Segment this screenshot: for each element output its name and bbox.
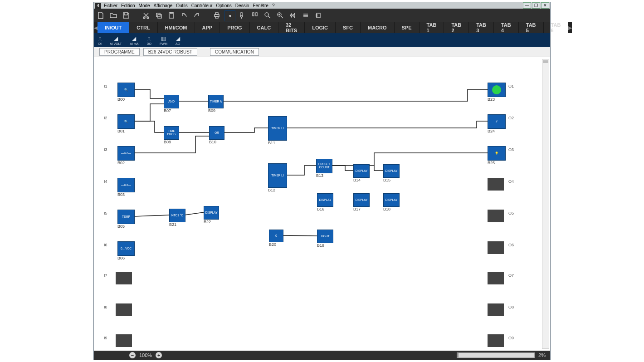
subtool-ai-ma[interactable]: ◢AI mA bbox=[130, 35, 138, 45]
block-b20[interactable]: 0 bbox=[269, 230, 283, 242]
tab-calc[interactable]: CALC bbox=[250, 22, 279, 33]
subtool-di[interactable]: ⎍DI bbox=[98, 35, 102, 45]
tabs-scroll-left[interactable]: ◀ bbox=[94, 22, 98, 33]
tab-sfc[interactable]: SFC bbox=[336, 22, 361, 33]
menu-options[interactable]: Options bbox=[214, 3, 233, 9]
block-b23[interactable] bbox=[488, 83, 506, 97]
copy-button[interactable] bbox=[154, 10, 164, 20]
window-maximize-button[interactable]: ❐ bbox=[532, 2, 540, 9]
tab-tab-6[interactable]: TAB 6 bbox=[544, 22, 569, 33]
block-b11[interactable]: TIMER LI bbox=[268, 116, 287, 141]
tool-button-4[interactable] bbox=[275, 10, 285, 20]
block-b03[interactable]: —o o— bbox=[117, 178, 135, 192]
output-port-label: O4 bbox=[508, 179, 514, 184]
block-b08[interactable]: TIME PROG bbox=[164, 126, 179, 140]
block-b24[interactable]: ⤢ bbox=[488, 114, 506, 129]
svg-rect-3 bbox=[158, 15, 161, 18]
tab-in-out[interactable]: IN/OUT bbox=[98, 22, 129, 33]
subtool-pwm[interactable]: ▥PWM bbox=[160, 35, 167, 45]
block-b00[interactable]: 🔍 bbox=[117, 83, 135, 97]
menu-contrôleur[interactable]: Contrôleur bbox=[190, 3, 215, 9]
window-minimize-button[interactable]: ― bbox=[523, 2, 531, 9]
block-b18[interactable]: DISPLAY bbox=[383, 193, 400, 207]
subtool-ai-volt[interactable]: ◢AI VOLT bbox=[110, 35, 122, 45]
tabs-scroll-right[interactable]: ▶ bbox=[568, 22, 572, 33]
block-b05[interactable]: TEMP bbox=[117, 210, 135, 224]
doc-tab-programme[interactable]: PROGRAMME bbox=[99, 48, 140, 56]
block-b07[interactable]: AND bbox=[164, 95, 179, 108]
tool-button-1[interactable] bbox=[237, 10, 247, 20]
menu-affichage[interactable]: Affichage bbox=[152, 3, 175, 9]
output-pad-empty[interactable] bbox=[488, 241, 504, 254]
block-b02[interactable]: —o o— bbox=[117, 146, 135, 161]
toolbar-letter-d[interactable]: D bbox=[224, 10, 235, 21]
new-file-button[interactable] bbox=[96, 10, 106, 20]
block-b12[interactable]: TIMER LI bbox=[268, 163, 287, 188]
save-button[interactable] bbox=[121, 10, 131, 20]
tab-app[interactable]: APP bbox=[195, 22, 220, 33]
block-b22[interactable]: DISPLAY bbox=[204, 206, 219, 220]
menu-?[interactable]: ? bbox=[270, 3, 277, 9]
tab-tab-2[interactable]: TAB 2 bbox=[444, 22, 469, 33]
tool-button-2[interactable] bbox=[250, 10, 260, 20]
block-b14[interactable]: DISPLAY bbox=[353, 164, 370, 178]
tab-tab-5[interactable]: TAB 5 bbox=[519, 22, 544, 33]
menu-fenêtre[interactable]: Fenêtre bbox=[251, 3, 270, 9]
tab-tab-4[interactable]: TAB 4 bbox=[494, 22, 519, 33]
block-b13[interactable]: PRESET COUNT bbox=[316, 159, 332, 173]
block-b15[interactable]: DISPLAY bbox=[383, 164, 400, 178]
tab-prog[interactable]: PROG bbox=[220, 22, 249, 33]
tool-button-5[interactable] bbox=[288, 10, 298, 20]
menu-mode[interactable]: Mode bbox=[137, 3, 152, 9]
output-pad-empty[interactable] bbox=[488, 303, 504, 316]
block-b19[interactable]: LIGHT bbox=[317, 230, 333, 243]
tab-tab-1[interactable]: TAB 1 bbox=[420, 22, 444, 33]
block-b10[interactable]: OR bbox=[209, 126, 224, 140]
open-file-button[interactable] bbox=[108, 10, 118, 20]
vertical-scrollbar[interactable] bbox=[542, 59, 549, 349]
cut-button[interactable] bbox=[141, 10, 151, 20]
block-b25[interactable]: 💡 bbox=[488, 146, 506, 161]
tab-logic[interactable]: LOGIC bbox=[305, 22, 336, 33]
print-button[interactable] bbox=[212, 10, 222, 20]
output-pad-empty[interactable] bbox=[488, 210, 504, 222]
tab-spe[interactable]: SPE bbox=[395, 22, 420, 33]
tool-button-7[interactable] bbox=[313, 10, 323, 20]
tab-32-bits[interactable]: 32 BITS bbox=[278, 22, 305, 33]
menu-fichier[interactable]: Fichier bbox=[102, 3, 119, 9]
doc-tab-communication[interactable]: COMMUNICATION bbox=[210, 48, 259, 56]
redo-button[interactable] bbox=[192, 10, 202, 20]
zoom-in-button[interactable]: + bbox=[156, 352, 162, 358]
input-pad-empty[interactable] bbox=[116, 334, 132, 347]
menu-dessin[interactable]: Dessin bbox=[234, 3, 251, 9]
menu-edition[interactable]: Edition bbox=[119, 3, 137, 9]
block-b16[interactable]: DISPLAY bbox=[317, 193, 333, 207]
subtool-do[interactable]: ⎍DO bbox=[146, 35, 151, 45]
subtool-label: DI bbox=[98, 42, 102, 45]
paste-button[interactable] bbox=[166, 10, 176, 20]
tab-ctrl[interactable]: CTRL bbox=[129, 22, 157, 33]
block-b21[interactable]: NTC1 °C bbox=[169, 209, 185, 222]
zoom-out-button[interactable]: − bbox=[129, 352, 136, 358]
scrollbar-thumb[interactable] bbox=[543, 60, 548, 63]
output-pad-empty[interactable] bbox=[488, 334, 504, 347]
tool-button-3[interactable] bbox=[263, 10, 273, 20]
block-b01[interactable]: 🔍 bbox=[117, 114, 135, 129]
tab-tab-3[interactable]: TAB 3 bbox=[469, 22, 494, 33]
input-pad-empty[interactable] bbox=[116, 303, 132, 316]
menu-outils[interactable]: Outils bbox=[174, 3, 190, 9]
window-close-button[interactable]: ✕ bbox=[541, 2, 549, 9]
output-pad-empty[interactable] bbox=[488, 272, 504, 284]
tab-hmi-com[interactable]: HMI/COM bbox=[158, 22, 195, 33]
subtool-ao[interactable]: ◢AO bbox=[176, 35, 180, 45]
undo-button[interactable] bbox=[179, 10, 189, 20]
block-b17[interactable]: DISPLAY bbox=[353, 193, 370, 207]
doc-tab-b26-24vdc-robust[interactable]: B26 24VDC ROBUST bbox=[143, 48, 197, 56]
design-surface[interactable]: I1I2I3I4I5I6I7I8I9O1O2O3O4O5O6O7O8O9🔍B00… bbox=[94, 61, 542, 350]
tool-button-6[interactable] bbox=[301, 10, 311, 20]
block-b09[interactable]: TIMER A bbox=[208, 95, 224, 108]
tab-macro[interactable]: MACRO bbox=[361, 22, 395, 33]
input-pad-empty[interactable] bbox=[116, 272, 132, 284]
output-pad-empty[interactable] bbox=[488, 178, 504, 191]
block-b06[interactable]: 0…VCC bbox=[117, 241, 135, 256]
